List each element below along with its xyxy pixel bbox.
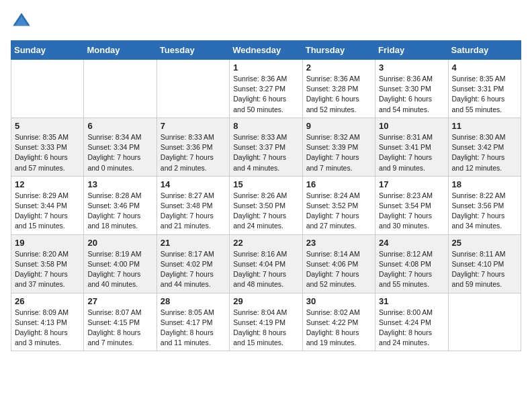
calendar-week-row: 26Sunrise: 8:09 AM Sunset: 4:13 PM Dayli… bbox=[11, 293, 521, 351]
calendar-week-row: 5Sunrise: 8:35 AM Sunset: 3:33 PM Daylig… bbox=[11, 118, 521, 176]
calendar-day-cell: 3Sunrise: 8:36 AM Sunset: 3:30 PM Daylig… bbox=[375, 60, 448, 118]
day-number: 30 bbox=[306, 296, 371, 306]
day-info: Sunrise: 8:26 AM Sunset: 3:50 PM Dayligh… bbox=[233, 191, 298, 232]
day-number: 27 bbox=[87, 296, 152, 306]
day-number: 16 bbox=[306, 179, 371, 189]
calendar-day-cell: 29Sunrise: 8:04 AM Sunset: 4:19 PM Dayli… bbox=[230, 293, 302, 351]
calendar-day-cell: 15Sunrise: 8:26 AM Sunset: 3:50 PM Dayli… bbox=[230, 176, 302, 234]
calendar-day-cell bbox=[84, 60, 157, 118]
calendar-day-cell: 12Sunrise: 8:29 AM Sunset: 3:44 PM Dayli… bbox=[11, 176, 84, 234]
day-number: 2 bbox=[306, 62, 371, 73]
day-number: 19 bbox=[15, 238, 80, 248]
day-info: Sunrise: 8:31 AM Sunset: 3:41 PM Dayligh… bbox=[379, 132, 444, 173]
day-info: Sunrise: 8:29 AM Sunset: 3:44 PM Dayligh… bbox=[15, 191, 80, 232]
day-info: Sunrise: 8:11 AM Sunset: 4:10 PM Dayligh… bbox=[452, 249, 517, 290]
day-number: 20 bbox=[87, 238, 152, 248]
day-number: 4 bbox=[452, 62, 517, 73]
calendar-day-cell bbox=[11, 60, 84, 118]
day-number: 13 bbox=[87, 179, 152, 189]
day-number: 31 bbox=[379, 296, 444, 306]
day-number: 5 bbox=[15, 121, 80, 131]
calendar-day-cell: 19Sunrise: 8:20 AM Sunset: 3:58 PM Dayli… bbox=[11, 234, 84, 293]
logo bbox=[11, 11, 35, 32]
day-info: Sunrise: 8:23 AM Sunset: 3:54 PM Dayligh… bbox=[379, 191, 444, 232]
calendar-day-cell: 6Sunrise: 8:34 AM Sunset: 3:34 PM Daylig… bbox=[84, 118, 157, 176]
calendar-day-cell bbox=[157, 60, 229, 118]
day-info: Sunrise: 8:20 AM Sunset: 3:58 PM Dayligh… bbox=[15, 249, 80, 290]
calendar-week-row: 1Sunrise: 8:36 AM Sunset: 3:27 PM Daylig… bbox=[11, 60, 521, 118]
page-header bbox=[11, 11, 521, 32]
calendar-day-cell: 24Sunrise: 8:12 AM Sunset: 4:08 PM Dayli… bbox=[375, 234, 448, 293]
day-info: Sunrise: 8:36 AM Sunset: 3:30 PM Dayligh… bbox=[379, 74, 444, 115]
day-info: Sunrise: 8:19 AM Sunset: 4:00 PM Dayligh… bbox=[87, 249, 152, 290]
calendar-day-cell: 4Sunrise: 8:35 AM Sunset: 3:31 PM Daylig… bbox=[448, 60, 521, 118]
logo-icon bbox=[11, 11, 32, 32]
day-info: Sunrise: 8:02 AM Sunset: 4:22 PM Dayligh… bbox=[306, 308, 371, 349]
calendar-day-cell: 30Sunrise: 8:02 AM Sunset: 4:22 PM Dayli… bbox=[302, 293, 375, 351]
calendar-day-cell: 27Sunrise: 8:07 AM Sunset: 4:15 PM Dayli… bbox=[84, 293, 157, 351]
day-number: 8 bbox=[233, 121, 298, 131]
calendar-day-cell: 17Sunrise: 8:23 AM Sunset: 3:54 PM Dayli… bbox=[375, 176, 448, 234]
calendar-day-cell: 18Sunrise: 8:22 AM Sunset: 3:56 PM Dayli… bbox=[448, 176, 521, 234]
day-number: 17 bbox=[379, 179, 444, 189]
day-number: 29 bbox=[233, 296, 298, 306]
calendar-day-cell: 11Sunrise: 8:30 AM Sunset: 3:42 PM Dayli… bbox=[448, 118, 521, 176]
calendar-day-cell: 2Sunrise: 8:36 AM Sunset: 3:28 PM Daylig… bbox=[302, 60, 375, 118]
day-info: Sunrise: 8:12 AM Sunset: 4:08 PM Dayligh… bbox=[379, 249, 444, 290]
calendar-day-cell: 1Sunrise: 8:36 AM Sunset: 3:27 PM Daylig… bbox=[230, 60, 302, 118]
day-number: 23 bbox=[306, 238, 371, 248]
day-of-week-header: Monday bbox=[84, 41, 157, 60]
day-info: Sunrise: 8:00 AM Sunset: 4:24 PM Dayligh… bbox=[379, 308, 444, 349]
day-number: 24 bbox=[379, 238, 444, 248]
calendar-week-row: 12Sunrise: 8:29 AM Sunset: 3:44 PM Dayli… bbox=[11, 176, 521, 234]
day-of-week-header: Friday bbox=[375, 41, 448, 60]
calendar-day-cell: 21Sunrise: 8:17 AM Sunset: 4:02 PM Dayli… bbox=[157, 234, 229, 293]
day-info: Sunrise: 8:04 AM Sunset: 4:19 PM Dayligh… bbox=[233, 308, 298, 349]
day-of-week-header: Tuesday bbox=[157, 41, 229, 60]
day-number: 10 bbox=[379, 121, 444, 131]
day-number: 14 bbox=[161, 179, 226, 189]
day-number: 6 bbox=[87, 121, 152, 131]
day-info: Sunrise: 8:05 AM Sunset: 4:17 PM Dayligh… bbox=[161, 308, 226, 349]
day-info: Sunrise: 8:36 AM Sunset: 3:27 PM Dayligh… bbox=[233, 74, 298, 115]
day-info: Sunrise: 8:33 AM Sunset: 3:37 PM Dayligh… bbox=[233, 132, 298, 173]
day-number: 1 bbox=[233, 62, 298, 73]
day-of-week-header: Sunday bbox=[11, 41, 84, 60]
calendar-day-cell: 8Sunrise: 8:33 AM Sunset: 3:37 PM Daylig… bbox=[230, 118, 302, 176]
calendar-day-cell: 7Sunrise: 8:33 AM Sunset: 3:36 PM Daylig… bbox=[157, 118, 229, 176]
calendar-header-row: SundayMondayTuesdayWednesdayThursdayFrid… bbox=[11, 41, 521, 60]
calendar-table: SundayMondayTuesdayWednesdayThursdayFrid… bbox=[11, 40, 521, 351]
day-info: Sunrise: 8:35 AM Sunset: 3:33 PM Dayligh… bbox=[15, 132, 80, 173]
calendar-day-cell: 14Sunrise: 8:27 AM Sunset: 3:48 PM Dayli… bbox=[157, 176, 229, 234]
day-info: Sunrise: 8:35 AM Sunset: 3:31 PM Dayligh… bbox=[452, 74, 517, 115]
calendar-day-cell: 16Sunrise: 8:24 AM Sunset: 3:52 PM Dayli… bbox=[302, 176, 375, 234]
calendar-day-cell: 26Sunrise: 8:09 AM Sunset: 4:13 PM Dayli… bbox=[11, 293, 84, 351]
day-info: Sunrise: 8:30 AM Sunset: 3:42 PM Dayligh… bbox=[452, 132, 517, 173]
day-info: Sunrise: 8:22 AM Sunset: 3:56 PM Dayligh… bbox=[452, 191, 517, 232]
calendar-day-cell: 20Sunrise: 8:19 AM Sunset: 4:00 PM Dayli… bbox=[84, 234, 157, 293]
calendar-day-cell bbox=[448, 293, 521, 351]
calendar-day-cell: 28Sunrise: 8:05 AM Sunset: 4:17 PM Dayli… bbox=[157, 293, 229, 351]
calendar-day-cell: 5Sunrise: 8:35 AM Sunset: 3:33 PM Daylig… bbox=[11, 118, 84, 176]
day-number: 21 bbox=[161, 238, 226, 248]
calendar-day-cell: 9Sunrise: 8:32 AM Sunset: 3:39 PM Daylig… bbox=[302, 118, 375, 176]
day-info: Sunrise: 8:16 AM Sunset: 4:04 PM Dayligh… bbox=[233, 249, 298, 290]
day-info: Sunrise: 8:27 AM Sunset: 3:48 PM Dayligh… bbox=[161, 191, 226, 232]
day-info: Sunrise: 8:17 AM Sunset: 4:02 PM Dayligh… bbox=[161, 249, 226, 290]
day-of-week-header: Thursday bbox=[302, 41, 375, 60]
calendar-week-row: 19Sunrise: 8:20 AM Sunset: 3:58 PM Dayli… bbox=[11, 234, 521, 293]
day-number: 3 bbox=[379, 62, 444, 73]
day-info: Sunrise: 8:32 AM Sunset: 3:39 PM Dayligh… bbox=[306, 132, 371, 173]
calendar-day-cell: 10Sunrise: 8:31 AM Sunset: 3:41 PM Dayli… bbox=[375, 118, 448, 176]
day-of-week-header: Wednesday bbox=[230, 41, 302, 60]
day-info: Sunrise: 8:14 AM Sunset: 4:06 PM Dayligh… bbox=[306, 249, 371, 290]
day-info: Sunrise: 8:34 AM Sunset: 3:34 PM Dayligh… bbox=[87, 132, 152, 173]
calendar-day-cell: 31Sunrise: 8:00 AM Sunset: 4:24 PM Dayli… bbox=[375, 293, 448, 351]
day-number: 28 bbox=[161, 296, 226, 306]
day-number: 25 bbox=[452, 238, 517, 248]
day-number: 11 bbox=[452, 121, 517, 131]
calendar-day-cell: 25Sunrise: 8:11 AM Sunset: 4:10 PM Dayli… bbox=[448, 234, 521, 293]
day-number: 26 bbox=[15, 296, 80, 306]
day-of-week-header: Saturday bbox=[448, 41, 521, 60]
day-info: Sunrise: 8:28 AM Sunset: 3:46 PM Dayligh… bbox=[87, 191, 152, 232]
